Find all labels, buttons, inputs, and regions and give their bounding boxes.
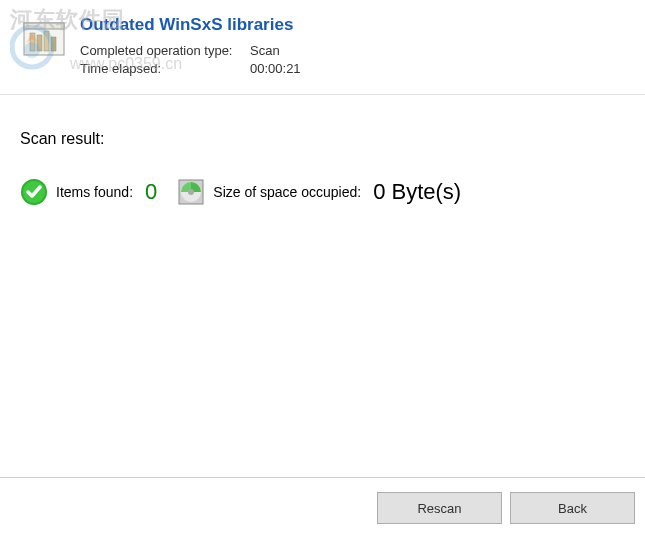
size-occupied-label: Size of space occupied:: [213, 184, 361, 200]
items-found-value: 0: [145, 179, 157, 205]
disk-space-icon: [177, 178, 205, 206]
scan-result-heading: Scan result:: [20, 130, 625, 148]
header-section: Outdated WinSxS libraries Completed oper…: [0, 0, 645, 95]
footer-bar: Rescan Back: [0, 477, 645, 538]
page-title: Outdated WinSxS libraries: [80, 15, 625, 35]
operation-type-value: Scan: [250, 43, 370, 58]
svg-rect-6: [44, 31, 49, 51]
rescan-button[interactable]: Rescan: [377, 492, 502, 524]
svg-rect-7: [51, 37, 56, 51]
svg-point-12: [188, 189, 194, 195]
results-row: Items found: 0 Size of space occupied: 0…: [20, 178, 625, 206]
svg-rect-5: [37, 35, 42, 51]
library-icon: [20, 15, 68, 63]
time-elapsed-label: Time elapsed:: [80, 61, 250, 76]
svg-rect-4: [30, 33, 35, 51]
checkmark-icon: [20, 178, 48, 206]
operation-type-row: Completed operation type: Scan: [80, 43, 625, 58]
svg-rect-3: [24, 23, 64, 29]
content-area: Scan result: Items found: 0 Size of spac…: [0, 95, 645, 241]
size-occupied-value: 0 Byte(s): [373, 179, 461, 205]
back-button[interactable]: Back: [510, 492, 635, 524]
items-found-label: Items found:: [56, 184, 133, 200]
time-elapsed-value: 00:00:21: [250, 61, 370, 76]
operation-type-label: Completed operation type:: [80, 43, 250, 58]
time-elapsed-row: Time elapsed: 00:00:21: [80, 61, 625, 76]
